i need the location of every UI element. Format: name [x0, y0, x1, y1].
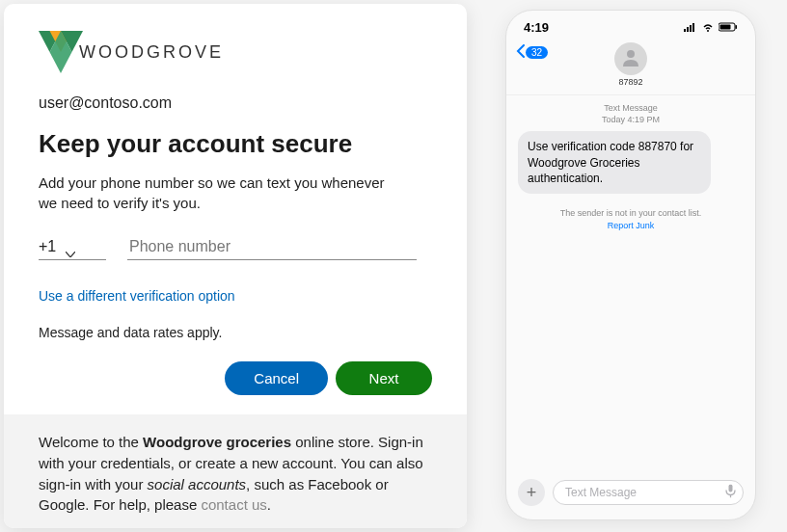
svg-rect-12: [729, 485, 733, 492]
button-row: Cancel Next: [39, 361, 432, 395]
logo-mark-icon: [39, 31, 83, 73]
dialog-body: WOODGROVE user@contoso.com Keep your acc…: [4, 4, 467, 414]
phone-mockup: 4:19 32: [505, 10, 756, 520]
svg-rect-5: [687, 27, 689, 32]
alt-verification-link[interactable]: Use a different verification option: [39, 288, 235, 304]
svg-rect-7: [692, 23, 694, 32]
brand-logo: WOODGROVE: [39, 31, 432, 73]
thread-time: Today 4:19 PM: [518, 115, 744, 126]
next-button[interactable]: Next: [336, 361, 432, 395]
phone-row: +1: [39, 234, 432, 260]
country-code-select[interactable]: +1: [39, 238, 106, 260]
back-button[interactable]: 32: [516, 44, 548, 61]
chevron-left-icon: [516, 44, 525, 61]
nav-bar: 32 87892: [506, 39, 755, 95]
dialog-footer: Welcome to the Woodgrove groceries onlin…: [4, 414, 467, 528]
svg-rect-10: [736, 25, 738, 29]
person-icon: [621, 47, 640, 70]
add-media-button[interactable]: +: [518, 479, 545, 506]
footer-brand: Woodgrove groceries: [143, 434, 291, 450]
svg-rect-4: [684, 29, 686, 32]
chevron-down-icon: [66, 244, 75, 250]
back-badge: 32: [526, 46, 548, 59]
compose-field[interactable]: [553, 480, 744, 505]
svg-point-11: [627, 50, 635, 58]
svg-rect-9: [720, 25, 731, 30]
contact-us-link[interactable]: contact us: [201, 496, 266, 513]
wifi-icon: [701, 20, 715, 35]
footer-text-1: Welcome to the: [39, 434, 143, 450]
message-area: Text Message Today 4:19 PM Use verificat…: [506, 95, 755, 469]
footer-text-4: .: [267, 496, 271, 513]
compose-row: +: [506, 469, 755, 519]
page-title: Keep your account secure: [39, 129, 432, 159]
plus-icon: +: [527, 483, 537, 503]
thread-meta: Text Message Today 4:19 PM: [518, 103, 744, 125]
svg-rect-6: [690, 25, 692, 32]
battery-icon: [719, 20, 738, 35]
cellular-icon: [684, 20, 697, 35]
status-icons: [684, 20, 738, 35]
footer-social: social accounts: [148, 476, 247, 492]
page-subtext: Add your phone number so we can text you…: [39, 173, 386, 213]
brand-name: WOODGROVE: [79, 42, 224, 63]
junk-text: The sender is not in your contact list.: [518, 207, 744, 221]
avatar[interactable]: [614, 42, 647, 75]
message-bubble: Use verification code 887870 for Woodgro…: [518, 131, 711, 194]
cancel-button[interactable]: Cancel: [225, 361, 328, 395]
mic-icon[interactable]: [725, 485, 736, 501]
report-junk-link[interactable]: Report Junk: [518, 220, 744, 233]
clock: 4:19: [524, 20, 549, 35]
junk-note: The sender is not in your contact list. …: [518, 207, 744, 233]
thread-label: Text Message: [518, 103, 744, 115]
compose-input-wrap: [553, 480, 744, 505]
user-email: user@contoso.com: [39, 94, 432, 112]
sender-number: 87892: [618, 77, 642, 87]
phone-number-input[interactable]: [127, 234, 417, 260]
country-code-value: +1: [39, 238, 56, 255]
auth-dialog: WOODGROVE user@contoso.com Keep your acc…: [4, 4, 467, 528]
rates-note: Message and data rates apply.: [39, 325, 432, 340]
status-bar: 4:19: [506, 11, 755, 39]
